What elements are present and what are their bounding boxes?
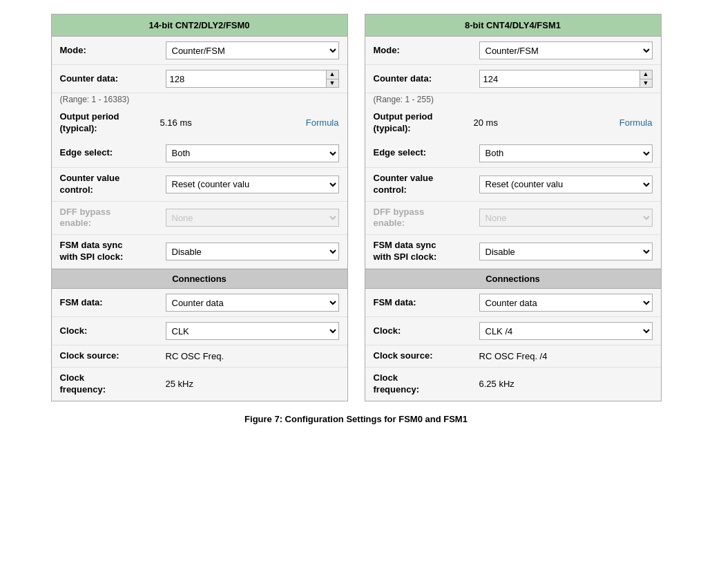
counter-data-down-right[interactable]: ▼ xyxy=(640,79,652,88)
mode-select-left[interactable]: Counter/FSM xyxy=(166,41,339,59)
connections-header-right: Connections xyxy=(365,269,661,289)
clock-source-value-right: RC OSC Freq. /4 xyxy=(479,351,653,361)
counter-data-input-left[interactable]: 128 xyxy=(166,70,326,87)
clock-freq-row-right: Clockfrequency: 6.25 kHz xyxy=(365,368,661,401)
formula-link-left[interactable]: Formula xyxy=(306,117,339,128)
counter-data-down-left[interactable]: ▼ xyxy=(327,79,338,88)
edge-select-select-left[interactable]: Both xyxy=(166,144,339,162)
panels-container: 14-bit CNT2/DLY2/FSM0 Mode: Counter/FSM … xyxy=(51,14,662,401)
counter-data-spinbox-btns-right: ▲ ▼ xyxy=(639,70,652,87)
counter-data-label-left: Counter data: xyxy=(60,73,160,85)
clock-freq-value-left: 25 kHz xyxy=(166,379,339,389)
counter-value-control-label-right: Counter valuecontrol: xyxy=(374,173,474,196)
mode-label-right: Mode: xyxy=(374,45,474,57)
connections-header-left: Connections xyxy=(52,269,347,289)
clock-freq-label-left: Clockfrequency: xyxy=(60,372,160,396)
clock-select-left[interactable]: CLK xyxy=(166,322,339,340)
fsm-sync-select-left[interactable]: Disable xyxy=(166,243,339,260)
output-period-value-left: 5.16 ms xyxy=(160,117,299,128)
dff-bypass-select-left[interactable]: None xyxy=(166,209,339,227)
clock-freq-value-right: 6.25 kHz xyxy=(479,379,653,389)
clock-freq-row-left: Clockfrequency: 25 kHz xyxy=(52,368,347,401)
dff-bypass-label-right: DFF bypassenable: xyxy=(374,207,474,230)
mode-label-left: Mode: xyxy=(60,45,160,57)
edge-select-select-right[interactable]: Both xyxy=(479,144,653,162)
output-period-label-left: Output period(typical): xyxy=(60,111,160,135)
panel-left-title: 14-bit CNT2/DLY2/FSM0 xyxy=(52,15,347,37)
counter-data-spinbox-btns-left: ▲ ▼ xyxy=(326,70,338,87)
edge-select-row-right: Edge select: Both xyxy=(365,140,661,168)
clock-source-row-left: Clock source: RC OSC Freq. xyxy=(52,345,347,368)
counter-data-input-right[interactable]: 124 xyxy=(480,70,639,87)
fsm-data-row-left: FSM data: Counter data xyxy=(52,289,347,317)
dff-bypass-row-left: DFF bypassenable: None xyxy=(52,202,347,236)
edge-select-label-left: Edge select: xyxy=(60,147,160,159)
counter-data-row-right: Counter data: 124 ▲ ▼ xyxy=(365,65,661,93)
formula-link-right[interactable]: Formula xyxy=(619,117,653,128)
output-period-row-right: Output period(typical): 20 ms Formula xyxy=(365,108,661,140)
panel-left: 14-bit CNT2/DLY2/FSM0 Mode: Counter/FSM … xyxy=(51,14,348,401)
counter-value-control-select-left[interactable]: Reset (counter valu xyxy=(166,176,339,193)
clock-row-right: Clock: CLK /4 xyxy=(365,317,661,345)
dff-bypass-label-left: DFF bypassenable: xyxy=(60,207,160,230)
fsm-data-label-left: FSM data: xyxy=(60,297,160,309)
counter-value-control-row-right: Counter valuecontrol: Reset (counter val… xyxy=(365,168,661,202)
counter-data-label-right: Counter data: xyxy=(374,73,474,85)
counter-data-up-right[interactable]: ▲ xyxy=(640,70,652,79)
clock-row-left: Clock: CLK xyxy=(52,317,347,345)
counter-range-right: (Range: 1 - 255) xyxy=(365,93,661,108)
fsm-sync-label-right: FSM data syncwith SPI clock: xyxy=(374,240,474,263)
fsm-data-select-left[interactable]: Counter data xyxy=(166,294,339,312)
dff-bypass-row-right: DFF bypassenable: None xyxy=(365,202,661,236)
fsm-sync-row-left: FSM data syncwith SPI clock: Disable xyxy=(52,235,347,269)
output-period-label-right: Output period(typical): xyxy=(374,111,474,135)
counter-value-control-label-left: Counter valuecontrol: xyxy=(60,173,160,196)
clock-source-row-right: Clock source: RC OSC Freq. /4 xyxy=(365,345,661,368)
edge-select-label-right: Edge select: xyxy=(374,147,474,159)
mode-row-left: Mode: Counter/FSM xyxy=(52,37,347,65)
counter-data-row-left: Counter data: 128 ▲ ▼ xyxy=(52,65,347,93)
output-period-value-right: 20 ms xyxy=(474,117,613,128)
clock-select-right[interactable]: CLK /4 xyxy=(479,322,653,340)
clock-source-value-left: RC OSC Freq. xyxy=(166,351,339,361)
edge-select-row-left: Edge select: Both xyxy=(52,140,347,168)
fsm-data-row-right: FSM data: Counter data xyxy=(365,289,661,317)
fsm-sync-select-right[interactable]: Disable xyxy=(479,243,653,260)
mode-row-right: Mode: Counter/FSM xyxy=(365,37,661,65)
counter-range-left: (Range: 1 - 16383) xyxy=(52,93,347,108)
counter-value-control-row-left: Counter valuecontrol: Reset (counter val… xyxy=(52,168,347,202)
mode-select-right[interactable]: Counter/FSM xyxy=(479,41,653,59)
figure-caption: Figure 7: Configuration Settings for FSM… xyxy=(244,414,468,424)
counter-data-spinbox-right[interactable]: 124 ▲ ▼ xyxy=(479,70,653,88)
panel-right-body: Mode: Counter/FSM Counter data: 124 ▲ ▼ … xyxy=(365,37,661,401)
clock-label-right: Clock: xyxy=(374,325,474,337)
fsm-sync-row-right: FSM data syncwith SPI clock: Disable xyxy=(365,235,661,269)
counter-value-control-select-right[interactable]: Reset (counter valu xyxy=(479,176,653,193)
output-period-row-left: Output period(typical): 5.16 ms Formula xyxy=(52,108,347,140)
fsm-data-label-right: FSM data: xyxy=(374,297,474,309)
panel-left-body: Mode: Counter/FSM Counter data: 128 ▲ ▼ … xyxy=(52,37,347,401)
clock-source-label-left: Clock source: xyxy=(60,350,160,362)
clock-freq-label-right: Clockfrequency: xyxy=(374,372,474,396)
fsm-data-select-right[interactable]: Counter data xyxy=(479,294,653,312)
fsm-sync-label-left: FSM data syncwith SPI clock: xyxy=(60,240,160,263)
dff-bypass-select-right[interactable]: None xyxy=(479,209,653,227)
panel-right-title: 8-bit CNT4/DLY4/FSM1 xyxy=(365,15,661,37)
panel-right: 8-bit CNT4/DLY4/FSM1 Mode: Counter/FSM C… xyxy=(365,14,662,401)
counter-data-up-left[interactable]: ▲ xyxy=(327,70,338,79)
clock-source-label-right: Clock source: xyxy=(374,350,474,362)
counter-data-spinbox-left[interactable]: 128 ▲ ▼ xyxy=(166,70,339,88)
clock-label-left: Clock: xyxy=(60,325,160,337)
